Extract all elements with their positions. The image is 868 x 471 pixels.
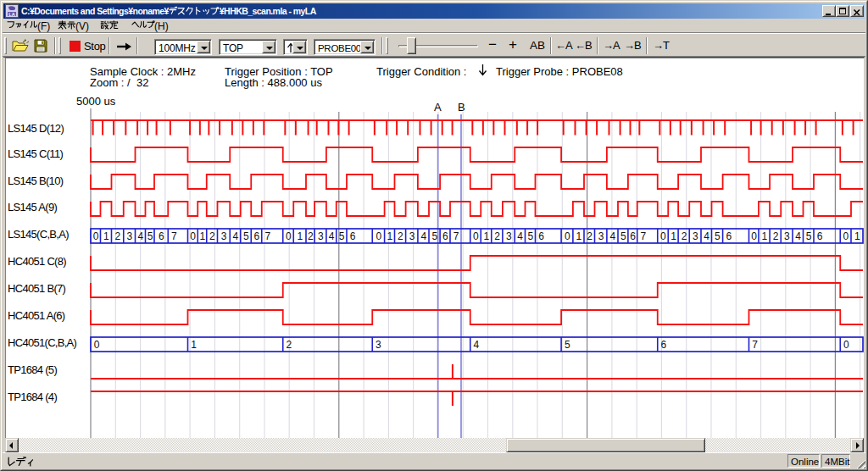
svg-text:6: 6 (350, 230, 356, 242)
svg-text:6: 6 (726, 230, 732, 242)
svg-text:1: 1 (483, 230, 489, 242)
svg-text:4: 4 (517, 230, 523, 242)
svg-text:4: 4 (795, 230, 801, 242)
svg-text:2: 2 (398, 230, 403, 242)
svg-text:1: 1 (298, 230, 303, 242)
svg-text:7: 7 (641, 230, 647, 242)
svg-text:0: 0 (565, 230, 570, 242)
svg-text:1: 1 (199, 230, 205, 242)
svg-text:1: 1 (670, 230, 676, 242)
svg-text:1: 1 (103, 230, 109, 242)
svg-text:0: 0 (843, 339, 849, 351)
svg-text:6: 6 (817, 230, 823, 242)
svg-text:0: 0 (751, 230, 757, 242)
svg-text:1: 1 (762, 230, 768, 242)
svg-text:2: 2 (209, 230, 215, 242)
svg-text:7: 7 (752, 339, 758, 351)
svg-text:6: 6 (253, 230, 259, 242)
svg-text:1: 1 (576, 230, 581, 242)
svg-text:3: 3 (376, 339, 381, 351)
svg-text:4: 4 (420, 230, 426, 242)
svg-text:3: 3 (506, 230, 512, 242)
svg-text:6: 6 (538, 230, 544, 242)
svg-text:3: 3 (127, 230, 133, 242)
svg-text:0: 0 (286, 230, 292, 242)
svg-text:7: 7 (265, 230, 271, 242)
svg-text:6: 6 (661, 339, 667, 351)
svg-text:6: 6 (442, 230, 448, 242)
svg-text:3: 3 (409, 230, 415, 242)
svg-text:5: 5 (339, 230, 345, 242)
svg-text:0: 0 (376, 230, 381, 242)
svg-text:0: 0 (473, 230, 479, 242)
svg-text:4: 4 (474, 339, 480, 351)
svg-text:5: 5 (715, 230, 721, 242)
svg-text:7: 7 (171, 230, 177, 242)
svg-text:2: 2 (587, 230, 593, 242)
svg-text:0: 0 (843, 230, 849, 242)
svg-text:5: 5 (147, 230, 153, 242)
svg-text:0: 0 (94, 339, 100, 351)
svg-text:1: 1 (191, 339, 197, 351)
svg-text:2: 2 (682, 230, 687, 242)
svg-text:4: 4 (704, 230, 709, 242)
svg-text:6: 6 (159, 230, 164, 242)
svg-text:2: 2 (308, 230, 314, 242)
svg-text:0: 0 (660, 230, 666, 242)
svg-text:2: 2 (494, 230, 500, 242)
svg-text:5: 5 (527, 230, 533, 242)
svg-text:5: 5 (806, 230, 812, 242)
svg-text:5: 5 (565, 339, 570, 351)
svg-text:2: 2 (115, 230, 121, 242)
svg-text:4: 4 (232, 230, 238, 242)
svg-text:5: 5 (620, 230, 626, 242)
svg-text:3: 3 (598, 230, 604, 242)
svg-text:2: 2 (773, 230, 779, 242)
svg-text:2: 2 (287, 339, 292, 351)
svg-text:6: 6 (630, 230, 636, 242)
svg-text:4: 4 (329, 230, 335, 242)
svg-text:4: 4 (609, 230, 615, 242)
svg-text:1: 1 (854, 230, 860, 242)
svg-text:3: 3 (221, 230, 227, 242)
svg-text:3: 3 (784, 230, 790, 242)
svg-text:5: 5 (243, 230, 249, 242)
svg-text:3: 3 (693, 230, 698, 242)
svg-text:4: 4 (137, 230, 143, 242)
svg-text:1: 1 (387, 230, 393, 242)
svg-text:7: 7 (453, 230, 459, 242)
svg-text:5: 5 (432, 230, 438, 242)
svg-text:3: 3 (318, 230, 324, 242)
svg-text:0: 0 (93, 230, 99, 242)
svg-text:0: 0 (190, 230, 196, 242)
